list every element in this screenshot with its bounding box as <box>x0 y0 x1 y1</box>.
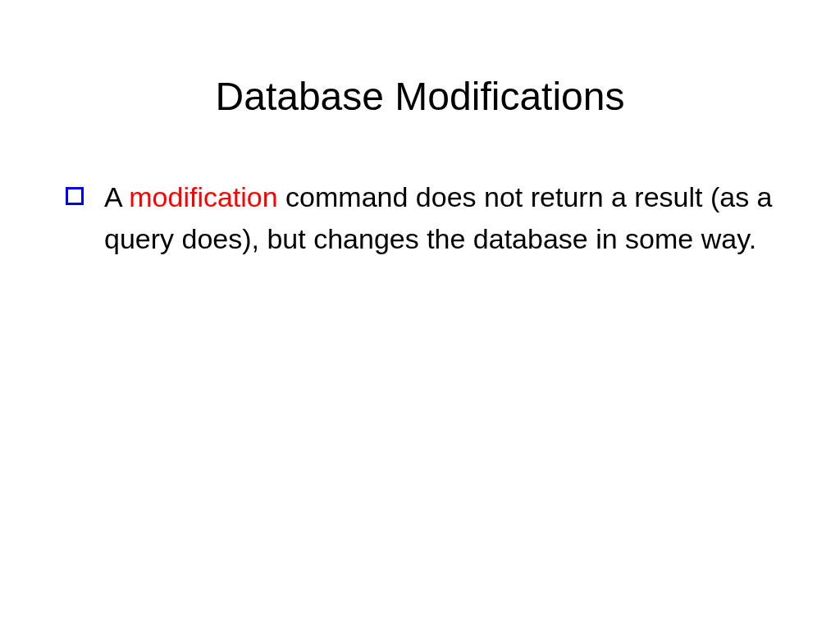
bullet-text-prefix: A <box>104 181 129 212</box>
slide-title: Database Modifications <box>66 74 774 119</box>
slide-container: Database Modifications A modification co… <box>0 0 840 630</box>
bullet-text: A modification command does not return a… <box>104 176 774 260</box>
bullet-text-highlight: modification <box>129 181 277 212</box>
bullet-item: A modification command does not return a… <box>66 176 774 260</box>
bullet-list: A modification command does not return a… <box>66 176 774 260</box>
bullet-square-icon <box>66 187 84 205</box>
